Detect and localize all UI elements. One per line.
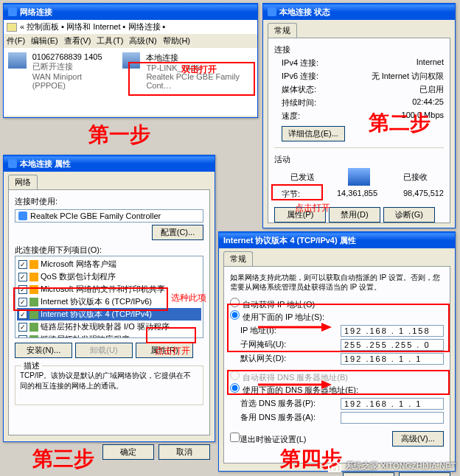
item-label: Microsoft 网络客户端 [41,259,116,270]
adapter-field: Realtek PCIe GBE Family Controller [15,209,203,223]
connection-wan[interactable]: 01062768839 1405 已断开连接 WAN Miniport (PPP… [8,52,108,111]
conn-device: WAN Miniport (PPPOE) [32,72,108,90]
svg-marker-1 [321,323,332,332]
ipv6-label: IPv6 连接: [282,71,318,82]
description-label: 描述 [21,360,42,371]
titlebar[interactable]: 本地连接 状态 [263,4,455,20]
arrow-icon [258,321,332,333]
section-connection-label: 连接 [274,44,444,55]
component-icon [29,260,38,269]
nic-icon [18,211,27,220]
annotation-select-this: 选种此项 [171,292,206,304]
ipv6-value: 无 Internet 访问权限 [372,71,444,82]
connect-using-label: 连接时使用: [15,196,203,207]
advanced-button[interactable]: 高级(V)... [392,431,444,447]
annotation-dbl-open: 双击打开 [181,63,217,76]
install-button[interactable]: 安装(N)... [15,343,72,358]
tab-strip: 网络 [4,172,215,189]
component-icon [29,335,38,339]
configure-button[interactable]: 配置(C)... [152,225,203,240]
menu-view[interactable]: 查看(V) [64,35,91,46]
annotation-click-open: 点击打开 [295,202,330,214]
tab-network[interactable]: 网络 [8,175,38,189]
ok-button[interactable]: 确定 [102,444,154,460]
folder-icon [7,23,17,32]
recv-label: 已接收 [403,172,428,183]
sent-value: 14,361,855 [337,189,377,197]
title: Internet 协议版本 4 (TCP/IPv4) 属性 [223,235,356,246]
menu-help[interactable]: 帮助(H) [163,35,190,46]
duration-value: 02:44:25 [412,97,444,108]
disable-button[interactable]: 禁用(D) [329,207,380,223]
menu-file[interactable]: 件(F) [7,35,25,46]
details-button[interactable]: 详细信息(E)... [282,126,345,141]
titlebar[interactable]: Internet 协议版本 4 (TCP/IPv4) 属性 [219,232,455,248]
watermark: 系统之家 XITONGZHIJIA.NET [327,458,456,473]
highlight-box [146,327,196,343]
uninstall-button[interactable]: 卸载(U) [75,343,133,358]
title: 网络连接 [20,7,52,18]
dns1-input[interactable] [341,398,444,410]
diagnose-button[interactable]: 诊断(G) [383,207,435,223]
item-label: 链路层拓扑发现响应程序 [41,334,130,338]
gateway-label: 默认网关(D): [240,353,286,365]
recv-value: 98,475,512 [403,189,444,200]
checkbox-icon[interactable]: ✓ [18,323,27,332]
dns2-label: 备用 DNS 服务器(A): [240,412,316,424]
app-icon [8,7,17,16]
title: 本地连接 属性 [20,158,71,169]
duration-label: 持续时间: [282,97,316,108]
house-icon [327,458,343,473]
component-icon [29,323,38,332]
arrow-icon [258,379,332,391]
highlight-box [271,184,323,200]
conn-name: 01062768839 1405 [32,52,108,61]
checkbox-icon[interactable]: ✓ [18,335,27,339]
sent-label: 已发送 [290,172,315,183]
conn-status: 已断开连接 [32,61,108,72]
component-icon [29,273,38,281]
list-item[interactable]: ✓QoS 数据包计划程序 [17,270,201,283]
dns2-input[interactable] [341,412,444,424]
app-icon [8,159,17,168]
cancel-button[interactable]: 取消 [158,444,210,460]
list-item[interactable]: ✓Microsoft 网络客户端 [17,258,201,270]
validate-checkbox[interactable]: 退出时验证设置(L) [230,433,306,445]
tab-general[interactable]: 常规 [223,251,253,266]
nic-icon [8,52,27,69]
item-label: QoS 数据包计划程序 [41,271,116,282]
adapter-name: Realtek PCIe GBE Family Controller [30,211,161,220]
dns1-label: 首选 DNS 服务器(P): [240,398,316,410]
description-text: TCP/IP。该协议是默认的广域网络协议，它提供在不同的相互连接的网络上的通讯。 [20,371,198,391]
step3-label: 第三步 [32,445,94,473]
menu-advanced[interactable]: 高级(N) [129,35,156,46]
menu-tools[interactable]: 工具(T) [97,35,123,46]
speed-label: 速度: [282,111,300,122]
network-connections-window: 网络连接 « 控制面板 ▪ 网络和 Internet ▪ 网络连接 ▪ 件(F)… [3,3,258,118]
annotation-click-open-2: 点击打开 [155,345,190,357]
media-label: 媒体状态: [282,84,316,95]
checkbox-icon[interactable]: ✓ [18,310,27,319]
items-label: 此连接使用下列项目(O): [15,245,203,256]
menu-bar: 件(F) 编辑(E) 查看(V) 工具(T) 高级(N) 帮助(H) [4,34,257,48]
title: 本地连接 状态 [279,7,330,18]
titlebar[interactable]: 网络连接 [4,4,257,20]
step1-label: 第一步 [88,121,150,149]
intro-text: 如果网络支持此功能，则可以获取自动指派的 IP 设置。否则，您需要从网络系统管理… [230,273,444,292]
gateway-input[interactable] [341,353,444,365]
step2-label: 第二步 [369,109,431,137]
address-bar[interactable]: « 控制面板 ▪ 网络和 Internet ▪ 网络连接 ▪ [4,20,257,34]
menu-edit[interactable]: 编辑(E) [31,35,58,46]
component-icon [29,310,38,319]
media-value: 已启用 [419,84,444,95]
checkbox-icon[interactable]: ✓ [18,260,27,269]
address-text: « 控制面板 ▪ 网络和 Internet ▪ 网络连接 ▪ [20,21,166,32]
activity-icon [348,168,370,186]
tab-body: 连接时使用: Realtek PCIe GBE Family Controlle… [8,189,210,435]
titlebar[interactable]: 本地连接 属性 [4,155,215,172]
section-activity-label: 活动 [274,154,444,165]
checkbox-icon[interactable]: ✓ [18,273,27,281]
tab-general[interactable]: 常规 [268,23,297,38]
svg-marker-3 [321,380,332,389]
ipv4-label: IPv4 连接: [282,57,318,69]
